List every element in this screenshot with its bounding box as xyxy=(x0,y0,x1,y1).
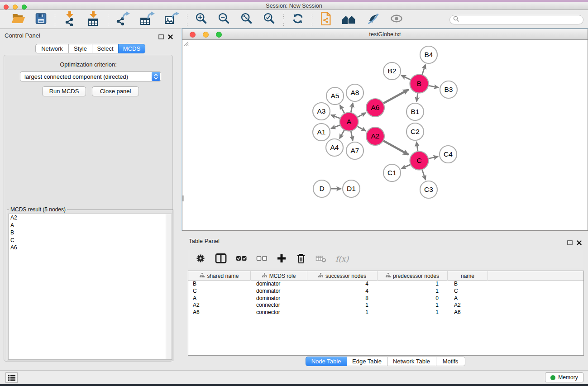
mcds-result-item[interactable]: B xyxy=(9,229,172,237)
zoom-selected-button[interactable] xyxy=(258,11,281,28)
tab-node-table[interactable]: Node Table xyxy=(306,357,347,366)
edge-C-C4[interactable] xyxy=(427,157,438,159)
deselect-all-columns-button[interactable] xyxy=(256,253,268,265)
edge-A-A3[interactable] xyxy=(331,115,341,119)
node-A8[interactable]: A8 xyxy=(346,84,363,101)
node-B1[interactable]: B1 xyxy=(406,103,424,120)
node-A6[interactable]: A6 xyxy=(366,99,384,117)
tab-style[interactable]: Style xyxy=(68,44,92,53)
show-network-preview-button[interactable] xyxy=(385,11,408,28)
float-panel-icon[interactable] xyxy=(567,239,573,247)
edge-B-B3[interactable] xyxy=(427,86,438,88)
edge-A2-C[interactable] xyxy=(382,140,409,155)
node-A4[interactable]: A4 xyxy=(326,139,343,156)
float-panel-icon[interactable] xyxy=(158,33,164,41)
table-row-C[interactable]: Cdominator41C xyxy=(188,288,583,295)
mcds-result-item[interactable]: A6 xyxy=(9,244,172,252)
mcds-result-item[interactable]: C xyxy=(9,237,172,244)
edge-A-A1[interactable] xyxy=(331,125,341,129)
close-panel-button[interactable]: Close panel xyxy=(92,86,139,96)
edge-B-B2[interactable] xyxy=(402,76,411,81)
close-panel-icon[interactable] xyxy=(168,33,173,41)
search-input[interactable] xyxy=(459,17,583,23)
node-B2[interactable]: B2 xyxy=(383,62,401,80)
edge-A-A8[interactable] xyxy=(351,103,353,114)
network-canvas[interactable]: B4B2BB3A8A5A6A3B1AA1C2A2A4A7C4CC1DD1C3 xyxy=(182,40,588,230)
node-C[interactable]: C xyxy=(410,152,429,170)
zoom-fit-button[interactable] xyxy=(235,11,258,28)
edge-A-A4[interactable] xyxy=(339,129,345,138)
settings-gear-button[interactable] xyxy=(195,253,206,265)
edge-B-B4[interactable] xyxy=(422,65,425,76)
edge-C-C2[interactable] xyxy=(416,142,418,152)
delete-columns-button[interactable] xyxy=(296,253,306,266)
node-B4[interactable]: B4 xyxy=(420,46,437,63)
node-C1[interactable]: C1 xyxy=(383,164,401,181)
mcds-result-list[interactable]: A2ABCA6 xyxy=(8,214,172,360)
select-all-columns-button[interactable] xyxy=(236,253,247,265)
column-header-successor-nodes[interactable]: successor nodes xyxy=(307,271,378,281)
node-D1[interactable]: D1 xyxy=(343,180,360,197)
column-header-predecessor-nodes[interactable]: predecessor nodes xyxy=(378,271,448,281)
mcds-result-item[interactable]: A xyxy=(9,222,172,229)
edge-A-A5[interactable] xyxy=(340,105,345,114)
canvas-scroll-thumb[interactable] xyxy=(182,195,184,201)
node-B3[interactable]: B3 xyxy=(440,81,457,98)
import-network-button[interactable] xyxy=(58,11,81,28)
edge-B-B1[interactable] xyxy=(416,92,418,101)
tab-mcds[interactable]: MCDS xyxy=(118,44,145,53)
save-session-button[interactable] xyxy=(30,11,52,28)
node-B[interactable]: B xyxy=(410,75,429,93)
show-panels-button[interactable] xyxy=(5,372,18,383)
node-C4[interactable]: C4 xyxy=(440,146,457,163)
edge-A6-B[interactable] xyxy=(382,90,409,104)
close-panel-icon[interactable] xyxy=(577,239,582,247)
refresh-view-button[interactable] xyxy=(287,11,309,28)
table-row-B[interactable]: Bdominator41B xyxy=(188,281,583,288)
node-A[interactable]: A xyxy=(340,113,359,131)
main-titlebar[interactable]: Session: New Session xyxy=(0,2,588,10)
tab-motifs[interactable]: Motifs xyxy=(436,357,465,366)
column-header-shared-name[interactable]: shared name xyxy=(188,271,251,281)
export-network-button[interactable] xyxy=(111,11,135,28)
mcds-result-item[interactable]: A2 xyxy=(9,214,172,222)
node-C2[interactable]: C2 xyxy=(406,123,424,140)
zoom-out-button[interactable] xyxy=(213,11,235,28)
create-column-button[interactable] xyxy=(277,253,287,265)
hide-graphics-details-button[interactable] xyxy=(361,11,385,28)
criterion-dropdown[interactable]: largest connected component (directed) xyxy=(20,71,161,81)
column-header-name[interactable]: name xyxy=(448,271,488,281)
tab-network-table[interactable]: Network Table xyxy=(387,357,436,366)
first-neighbors-button[interactable] xyxy=(337,11,361,28)
edge-C-C3[interactable] xyxy=(422,169,425,180)
node-A7[interactable]: A7 xyxy=(346,142,363,159)
table-row-A6[interactable]: A6connector11A6 xyxy=(188,309,583,316)
node-A3[interactable]: A3 xyxy=(313,103,330,120)
edge-A-A2[interactable] xyxy=(356,126,366,131)
new-network-from-selection-button[interactable] xyxy=(315,11,337,28)
open-file-button[interactable] xyxy=(6,11,30,28)
show-column-panel-button[interactable] xyxy=(215,253,227,265)
tab-network[interactable]: Network xyxy=(35,44,69,53)
mcds-list-scrollbar[interactable] xyxy=(166,214,172,359)
zoom-in-button[interactable] xyxy=(190,11,213,28)
node-D[interactable]: D xyxy=(313,180,330,197)
tab-edge-table[interactable]: Edge Table xyxy=(347,357,387,366)
edge-C-C1[interactable] xyxy=(402,164,411,169)
import-table-button[interactable] xyxy=(81,11,105,28)
edge-A-A7[interactable] xyxy=(351,130,353,140)
network-window-titlebar[interactable]: testGlobe.txt xyxy=(182,29,588,40)
node-A2[interactable]: A2 xyxy=(366,127,384,145)
memory-button[interactable]: Memory xyxy=(545,372,583,382)
table-row-A2[interactable]: A2connector11A2 xyxy=(188,302,583,309)
search-field[interactable] xyxy=(449,15,583,24)
resize-grip-icon[interactable] xyxy=(182,40,189,46)
node-A5[interactable]: A5 xyxy=(326,87,344,105)
edge-A-A6[interactable] xyxy=(356,113,366,118)
run-mcds-button[interactable]: Run MCDS xyxy=(42,86,86,96)
node-A1[interactable]: A1 xyxy=(313,124,330,141)
node-C3[interactable]: C3 xyxy=(420,181,437,198)
export-table-button[interactable] xyxy=(135,11,160,28)
table-row-A[interactable]: Adominator80A xyxy=(188,295,583,302)
tab-select[interactable]: Select xyxy=(92,44,119,53)
